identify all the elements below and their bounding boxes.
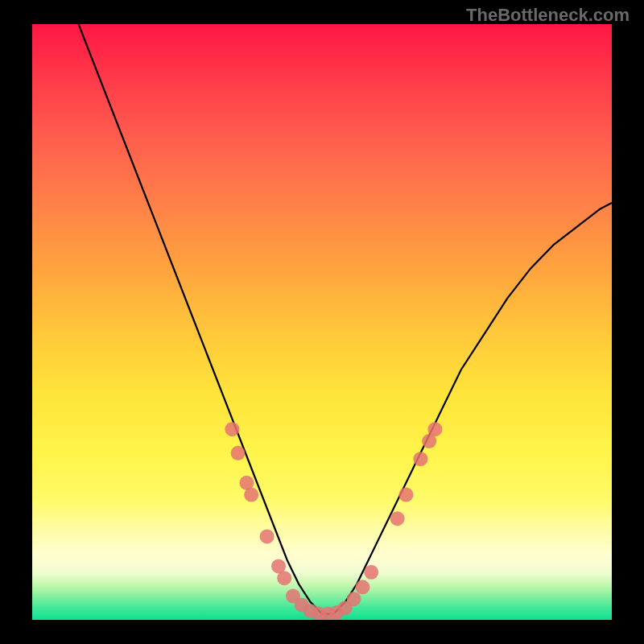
data-point <box>338 601 353 615</box>
data-point <box>225 422 239 436</box>
data-point <box>244 488 258 502</box>
data-point <box>320 607 335 620</box>
chart-container: TheBottleneck.com <box>0 0 644 644</box>
data-point <box>413 452 427 466</box>
data-point <box>422 434 436 448</box>
bottleneck-curve <box>79 24 612 614</box>
data-point <box>312 607 326 620</box>
data-point <box>277 571 291 585</box>
data-point <box>364 565 378 580</box>
data-point <box>390 511 405 526</box>
data-point <box>239 476 254 490</box>
data-point <box>355 580 369 594</box>
data-markers <box>225 422 442 620</box>
data-point <box>271 559 286 573</box>
curve-svg <box>32 24 612 620</box>
data-point <box>329 605 344 620</box>
watermark-text: TheBottleneck.com <box>466 5 630 26</box>
data-point <box>303 604 318 618</box>
plot-area <box>32 24 612 620</box>
data-point <box>347 592 361 606</box>
data-point <box>295 598 309 613</box>
data-point <box>398 488 413 502</box>
data-point <box>427 422 442 436</box>
data-point <box>231 446 246 460</box>
data-point <box>260 529 275 543</box>
data-point <box>286 588 300 603</box>
